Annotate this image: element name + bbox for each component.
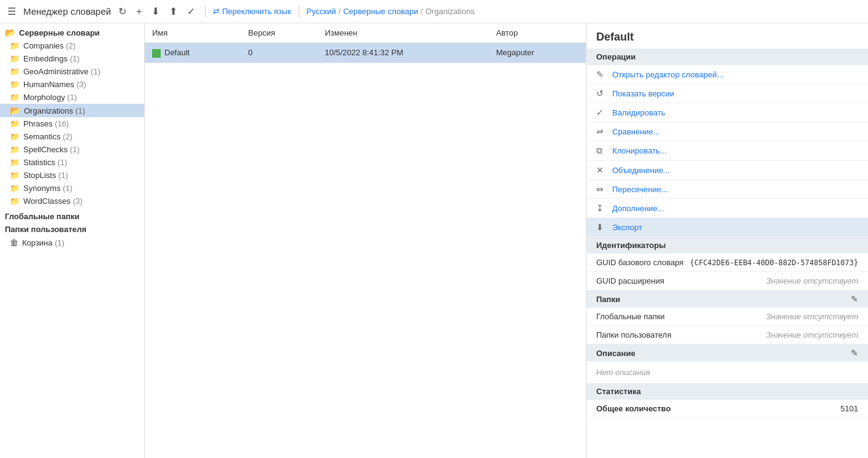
operation-экспорт[interactable]: ⬇Экспорт	[586, 218, 868, 237]
rp-guid-ext-row: GUID расширения Значение отсутствует	[586, 272, 868, 290]
folder-icon: 📁	[10, 54, 20, 63]
add-icon[interactable]: +	[134, 5, 144, 18]
operation-показать-версии[interactable]: ↺Показать версии	[586, 84, 868, 103]
operation-пересечение---[interactable]: ⇔Пересечение...	[586, 180, 868, 199]
operation-icon: ⇔	[596, 184, 607, 194]
rp-operations-header: Операции	[586, 49, 868, 65]
folder-icon: 📁	[10, 171, 20, 180]
cell-name: Default	[145, 43, 241, 63]
sidebar-server-dicts[interactable]: 📂 Серверные словари	[0, 26, 144, 39]
rp-guid-base-label: GUID базового словаря	[596, 258, 683, 267]
download-icon[interactable]: ⬇	[149, 4, 162, 18]
upload-icon[interactable]: ⬆	[167, 4, 180, 18]
operation-label: Сравнение...	[612, 127, 660, 136]
sidebar-item-statistics[interactable]: 📁 Statistics (1)	[0, 156, 144, 169]
trash-label: Корзина (1)	[22, 238, 64, 247]
app-title: Менеджер словарей	[23, 6, 111, 17]
breadcrumb-section[interactable]: Серверные словари	[343, 7, 418, 16]
sidebar-item-label: WordClasses (3)	[23, 196, 83, 206]
server-dicts-label: Серверные словари	[19, 28, 100, 37]
folder-icon: 📁	[10, 80, 20, 89]
col-version[interactable]: Версия	[241, 23, 318, 43]
operation-дополнение---[interactable]: ↧Дополнение...	[586, 199, 868, 218]
sidebar-item-label: Phrases (16)	[23, 119, 69, 128]
sidebar-trash[interactable]: 🗑 Корзина (1)	[0, 236, 144, 249]
divider	[205, 6, 205, 18]
sidebar-item-semantics[interactable]: 📁 Semantics (2)	[0, 130, 144, 143]
operation-icon: ✎	[596, 69, 607, 79]
operation-валидировать[interactable]: ✓Валидировать	[586, 103, 868, 122]
operation-сравнение---[interactable]: ⇌Сравнение...	[586, 122, 868, 141]
sidebar-item-organizations[interactable]: 📂 Organizations (1)	[0, 104, 144, 117]
operation-объединение---[interactable]: ✕Объединение...	[586, 161, 868, 180]
sidebar: 📂 Серверные словари 📁 Companies (2) 📁 Em…	[0, 23, 145, 458]
dict-table: Имя Версия Изменен Автор Default010/5/20…	[145, 23, 586, 63]
operation-клонировать---[interactable]: ⧉Клонировать...	[586, 141, 868, 161]
sidebar-item-embeddings[interactable]: 📁 Embeddings (1)	[0, 52, 144, 65]
sidebar-item-wordclasses[interactable]: 📁 WordClasses (3)	[0, 195, 144, 208]
breadcrumb-current: Organizations	[425, 7, 474, 16]
rp-user-folders-label: Папки пользователя	[596, 330, 672, 340]
col-modified[interactable]: Изменен	[317, 23, 488, 43]
user-folders-label: Папки пользователя	[5, 225, 86, 234]
cell-modified: 10/5/2022 8:41:32 PM	[317, 43, 488, 63]
rp-global-folders-val: Значение отсутствует	[766, 312, 858, 321]
rp-total-row: Общее количество 5101	[586, 400, 868, 418]
sidebar-item-synonyms[interactable]: 📁 Synonyms (1)	[0, 182, 144, 195]
menu-icon[interactable]: ☰	[5, 4, 18, 18]
rp-description-section-header: Описание ✎	[586, 344, 868, 362]
sidebar-item-label: Embeddings (1)	[23, 54, 80, 63]
sidebar-item-geoadministrative[interactable]: 📁 GeoAdministrative (1)	[0, 65, 144, 78]
rp-identifiers-header: Идентификаторы	[586, 237, 868, 254]
refresh-icon[interactable]: ↻	[116, 4, 129, 18]
folder-open-icon: 📂	[5, 28, 15, 37]
sidebar-item-phrases[interactable]: 📁 Phrases (16)	[0, 117, 144, 130]
sidebar-item-spellchecks[interactable]: 📁 SpellChecks (1)	[0, 143, 144, 156]
operation-label: Показать версии	[612, 89, 674, 98]
cell-author: Megaputer	[489, 43, 586, 63]
rp-total-label: Общее количество	[596, 404, 670, 413]
rp-statistics-header: Статистика	[586, 383, 868, 400]
table-row[interactable]: Default010/5/2022 8:41:32 PMMegaputer	[145, 43, 586, 63]
check-icon[interactable]: ✓	[185, 4, 198, 18]
operation-icon: ✓	[596, 107, 607, 117]
translate-button[interactable]: ⇄ Переключить язык	[213, 7, 291, 16]
breadcrumb-sep2: /	[421, 7, 423, 16]
rp-guid-ext-label: GUID расширения	[596, 276, 664, 285]
sidebar-item-label: Synonyms (1)	[23, 184, 72, 193]
sidebar-item-stoplists[interactable]: 📁 StopLists (1)	[0, 169, 144, 182]
folder-icon: 📁	[10, 93, 20, 102]
sidebar-item-label: Semantics (2)	[23, 132, 72, 141]
operation-label: Валидировать	[612, 108, 666, 117]
sidebar-item-humannames[interactable]: 📁 HumanNames (3)	[0, 78, 144, 91]
folder-icon: 📁	[10, 145, 20, 154]
folder-icon: 📁	[10, 41, 20, 50]
sidebar-item-companies[interactable]: 📁 Companies (2)	[0, 39, 144, 52]
rp-description-title: Описание	[596, 349, 636, 358]
col-name[interactable]: Имя	[145, 23, 241, 43]
folder-icon: 📁	[10, 67, 20, 76]
rp-user-folders-val: Значение отсутствует	[766, 330, 858, 340]
folder-icon: 📁	[10, 132, 20, 141]
rp-guid-ext-val: Значение отсутствует	[766, 276, 858, 285]
operation-icon: ⇌	[596, 126, 607, 136]
col-author[interactable]: Автор	[489, 23, 586, 43]
rp-folders-edit-icon[interactable]: ✎	[851, 294, 858, 304]
sidebar-item-morphology[interactable]: 📁 Morphology (1)	[0, 91, 144, 104]
dict-table-area: Имя Версия Изменен Автор Default010/5/20…	[145, 23, 586, 458]
server-dicts-section: 📂 Серверные словари 📁 Companies (2) 📁 Em…	[0, 23, 144, 210]
rp-description-edit-icon[interactable]: ✎	[851, 348, 858, 358]
sidebar-user-folders[interactable]: Папки пользователя	[0, 223, 144, 236]
breadcrumb-sep1: /	[339, 7, 341, 16]
rp-folders-section-header: Папки ✎	[586, 290, 868, 308]
sidebar-item-label: StopLists (1)	[23, 171, 68, 180]
sidebar-global-folders[interactable]: Глобальные папки	[0, 210, 144, 223]
global-folders-label: Глобальные папки	[5, 212, 80, 221]
translate-icon: ⇄	[213, 7, 220, 16]
operation-открыть-редактор-словарей---[interactable]: ✎Открыть редактор словарей...	[586, 65, 868, 84]
breadcrumb-lang[interactable]: Русский	[307, 7, 336, 16]
rp-total-val: 5101	[840, 404, 858, 413]
rp-title: Default	[586, 23, 868, 49]
header: ☰ Менеджер словарей ↻ + ⬇ ⬆ ✓ ⇄ Переключ…	[0, 0, 868, 23]
folder-open-icon: 📂	[10, 106, 20, 115]
